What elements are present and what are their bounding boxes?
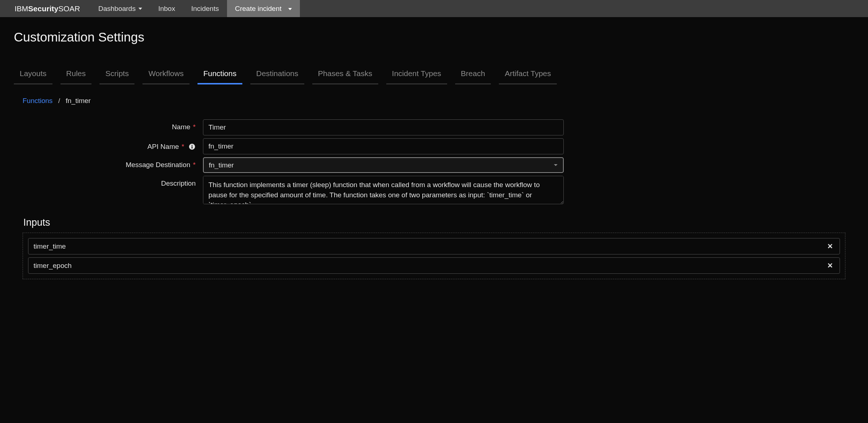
page-content: Customization Settings Layouts Rules Scr…	[0, 17, 868, 290]
nav-create-incident[interactable]: Create incident	[227, 0, 300, 17]
tab-rules[interactable]: Rules	[60, 66, 92, 84]
tab-breach[interactable]: Breach	[455, 66, 491, 84]
breadcrumb-functions-link[interactable]: Functions	[23, 97, 52, 104]
api-name-input[interactable]	[203, 138, 564, 154]
nav-dashboards-label: Dashboards	[98, 5, 136, 13]
nav-create-incident-label: Create incident	[235, 5, 282, 13]
close-icon[interactable]: ✕	[826, 242, 834, 250]
tab-scripts[interactable]: Scripts	[99, 66, 134, 84]
nav-inbox-label: Inbox	[158, 5, 175, 13]
inputs-container: timer_time ✕ timer_epoch ✕	[23, 233, 845, 279]
inputs-heading: Inputs	[23, 217, 845, 228]
logo-brand2: Security	[28, 4, 58, 13]
message-destination-select[interactable]: fn_timer	[203, 157, 564, 173]
tab-phases-tasks[interactable]: Phases & Tasks	[312, 66, 378, 84]
name-label-wrap: Name *	[23, 119, 203, 131]
api-name-label: API Name	[147, 143, 179, 150]
app-logo: IBM Security SOAR	[0, 0, 90, 17]
tab-workflows[interactable]: Workflows	[142, 66, 189, 84]
svg-rect-2	[192, 146, 192, 149]
name-input[interactable]	[203, 119, 564, 135]
description-label: Description	[161, 179, 196, 187]
tab-destinations[interactable]: Destinations	[250, 66, 304, 84]
nav-incidents[interactable]: Incidents	[183, 0, 227, 17]
breadcrumb-separator: /	[58, 97, 60, 104]
name-label: Name	[172, 123, 191, 131]
close-icon[interactable]: ✕	[826, 261, 834, 270]
tab-artifact-types[interactable]: Artifact Types	[499, 66, 557, 84]
page-title: Customization Settings	[14, 30, 854, 44]
description-control	[203, 176, 564, 206]
breadcrumb: Functions / fn_timer	[14, 95, 854, 119]
logo-brand3: SOAR	[58, 4, 80, 13]
chevron-down-icon	[138, 8, 142, 10]
info-icon[interactable]	[188, 143, 196, 150]
input-item[interactable]: timer_epoch ✕	[28, 257, 840, 274]
form-row-message-destination: Message Destination * fn_timer	[23, 157, 845, 173]
name-control	[203, 119, 564, 135]
form-row-name: Name *	[23, 119, 845, 135]
tab-functions[interactable]: Functions	[198, 66, 242, 84]
nav-incidents-label: Incidents	[191, 5, 219, 13]
message-destination-control: fn_timer	[203, 157, 564, 173]
description-textarea[interactable]	[203, 176, 564, 204]
top-nav: IBM Security SOAR Dashboards Inbox Incid…	[0, 0, 868, 17]
input-item-label: timer_time	[34, 242, 66, 250]
svg-point-1	[192, 145, 193, 146]
description-label-wrap: Description	[23, 176, 203, 187]
api-name-label-wrap: API Name *	[23, 138, 203, 151]
required-star-icon: *	[193, 161, 196, 169]
nav-dashboards[interactable]: Dashboards	[90, 0, 150, 17]
tab-layouts[interactable]: Layouts	[14, 66, 52, 84]
input-item-label: timer_epoch	[34, 262, 72, 270]
message-destination-label: Message Destination	[126, 161, 190, 169]
form-area: Name * API Name * Message Destination	[14, 119, 854, 279]
api-name-control	[203, 138, 564, 154]
required-star-icon: *	[193, 123, 196, 131]
nav-inbox[interactable]: Inbox	[150, 0, 183, 17]
input-item[interactable]: timer_time ✕	[28, 238, 840, 254]
form-row-description: Description	[23, 176, 845, 206]
message-destination-label-wrap: Message Destination *	[23, 157, 203, 169]
logo-brand1: IBM	[15, 4, 28, 13]
breadcrumb-current: fn_timer	[66, 97, 91, 104]
tab-incident-types[interactable]: Incident Types	[386, 66, 447, 84]
form-row-api-name: API Name *	[23, 138, 845, 154]
tabs: Layouts Rules Scripts Workflows Function…	[14, 66, 854, 84]
required-star-icon: *	[181, 143, 184, 150]
